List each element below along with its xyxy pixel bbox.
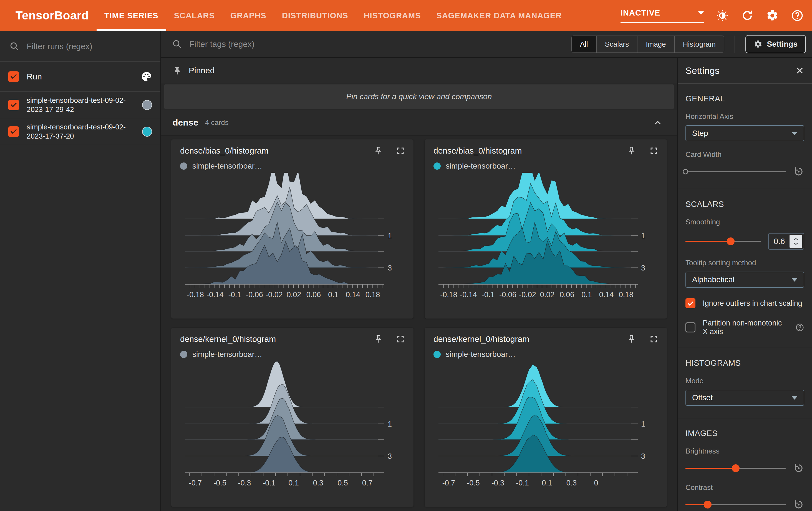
ignore-outliers-checkbox[interactable] bbox=[686, 298, 695, 308]
run-item[interactable]: simple-tensorboard-test-09-02-2023-17-29… bbox=[0, 92, 161, 118]
fullscreen-icon[interactable] bbox=[396, 335, 405, 343]
status-dropdown[interactable]: INACTIVE bbox=[620, 8, 704, 23]
runs-sidebar: Filter runs (regex) Run simple-tensorboa… bbox=[0, 31, 161, 511]
help-icon[interactable] bbox=[795, 323, 804, 332]
fullscreen-icon[interactable] bbox=[650, 335, 658, 343]
run-color-dot bbox=[433, 162, 441, 170]
contrast-label: Contrast bbox=[686, 483, 804, 492]
help-icon[interactable] bbox=[791, 9, 804, 22]
stepper-control[interactable] bbox=[789, 235, 802, 248]
svg-text:3: 3 bbox=[388, 264, 392, 272]
run-checkbox[interactable] bbox=[8, 126, 19, 137]
svg-text:0.06: 0.06 bbox=[307, 291, 321, 299]
svg-text:-0.3: -0.3 bbox=[491, 479, 504, 487]
run-item[interactable]: simple-tensorboard-test-09-02-2023-17-37… bbox=[0, 118, 161, 145]
pinned-section-header: Pinned bbox=[161, 58, 677, 83]
tab-scalars[interactable]: SCALARS bbox=[166, 0, 223, 31]
slider-knob[interactable] bbox=[704, 501, 712, 509]
tag-group-header[interactable]: dense 4 cards bbox=[161, 110, 677, 136]
card-title: dense/kernel_0/histogram bbox=[433, 334, 627, 344]
card-title: dense/bias_0/histogram bbox=[180, 146, 374, 156]
pin-card-icon[interactable] bbox=[374, 334, 383, 344]
svg-text:1: 1 bbox=[388, 232, 392, 240]
histogram-card: dense/bias_0/histogram simple-tensorboar… bbox=[171, 139, 413, 319]
settings-panel-title: Settings bbox=[686, 65, 720, 76]
partition-x-axis-label: Partition non-monotonic X axis bbox=[703, 319, 788, 336]
settings-button-label: Settings bbox=[767, 40, 798, 49]
slider-knob[interactable] bbox=[727, 238, 734, 245]
pin-card-icon[interactable] bbox=[627, 146, 636, 156]
pinned-empty-state: Pin cards for a quick view and compariso… bbox=[164, 84, 674, 109]
tag-type-filter-group: All Scalars Image Histogram bbox=[571, 35, 724, 53]
refresh-icon[interactable] bbox=[741, 9, 754, 22]
fullscreen-icon[interactable] bbox=[396, 146, 405, 155]
run-name: simple-tensorboard-test-09-02-2023-17-29… bbox=[27, 96, 142, 114]
search-icon bbox=[172, 39, 182, 49]
card-width-slider[interactable] bbox=[686, 165, 786, 178]
filter-all-button[interactable]: All bbox=[572, 36, 597, 53]
horizontal-axis-select[interactable]: Step bbox=[686, 125, 804, 141]
pin-card-icon[interactable] bbox=[374, 146, 383, 156]
fullscreen-icon[interactable] bbox=[650, 146, 658, 155]
brightness-icon[interactable] bbox=[716, 9, 729, 22]
tab-histograms[interactable]: HISTOGRAMS bbox=[356, 0, 429, 31]
histogram-mode-value: Offset bbox=[692, 393, 791, 402]
smoothing-label: Smoothing bbox=[686, 218, 804, 226]
svg-text:-0.14: -0.14 bbox=[206, 291, 224, 299]
reset-icon[interactable] bbox=[793, 463, 804, 474]
histogram-mode-select[interactable]: Offset bbox=[686, 389, 804, 406]
tab-sagemaker-data-manager[interactable]: SAGEMAKER DATA MANAGER bbox=[429, 0, 570, 31]
filter-runs-placeholder: Filter runs (regex) bbox=[27, 42, 92, 51]
ignore-outliers-label: Ignore outliers in chart scaling bbox=[703, 299, 802, 308]
histogram-chart[interactable]: -0.18-0.14-0.1-0.06-0.020.020.060.10.140… bbox=[433, 173, 658, 303]
run-master-checkbox[interactable] bbox=[8, 71, 19, 82]
svg-text:1: 1 bbox=[641, 420, 645, 428]
gear-icon[interactable] bbox=[766, 9, 779, 22]
histogram-chart[interactable]: -0.7-0.5-0.3-0.10.10.3013 bbox=[433, 361, 658, 491]
filter-image-button[interactable]: Image bbox=[637, 36, 674, 53]
tab-distributions[interactable]: DISTRIBUTIONS bbox=[274, 0, 356, 31]
horizontal-axis-value: Step bbox=[692, 129, 791, 138]
filter-tags-field[interactable]: Filter tags (regex) bbox=[172, 31, 255, 57]
search-icon bbox=[9, 42, 20, 51]
brightness-slider[interactable] bbox=[686, 462, 786, 474]
tab-time-series[interactable]: TIME SERIES bbox=[96, 0, 166, 31]
run-checkbox[interactable] bbox=[8, 100, 19, 110]
filter-tags-placeholder: Filter tags (regex) bbox=[189, 39, 255, 49]
partition-x-axis-checkbox[interactable] bbox=[686, 322, 695, 332]
svg-text:-0.06: -0.06 bbox=[246, 291, 263, 299]
tab-graphs[interactable]: GRAPHS bbox=[223, 0, 274, 31]
pin-card-icon[interactable] bbox=[627, 334, 636, 344]
tooltip-sorting-select[interactable]: Alphabetical bbox=[686, 272, 804, 288]
svg-text:-0.3: -0.3 bbox=[238, 479, 251, 487]
svg-text:1: 1 bbox=[388, 420, 392, 428]
smoothing-input[interactable]: 0.6 bbox=[768, 233, 804, 250]
smoothing-slider[interactable] bbox=[686, 235, 761, 247]
settings-panel: Settings GENERAL Horizontal Axis Step Ca… bbox=[677, 58, 812, 511]
svg-text:-0.02: -0.02 bbox=[266, 291, 283, 299]
run-color-dot bbox=[180, 351, 187, 358]
panel-divider bbox=[678, 83, 812, 84]
filter-histogram-button[interactable]: Histogram bbox=[674, 36, 724, 53]
close-icon[interactable] bbox=[795, 66, 804, 75]
reset-icon[interactable] bbox=[793, 166, 804, 177]
svg-text:0: 0 bbox=[594, 479, 598, 487]
horizontal-axis-label: Horizontal Axis bbox=[686, 112, 804, 121]
settings-button[interactable]: Settings bbox=[745, 35, 806, 53]
histogram-chart[interactable]: -0.18-0.14-0.1-0.06-0.020.020.060.10.140… bbox=[180, 173, 405, 303]
svg-text:0.14: 0.14 bbox=[599, 291, 614, 299]
svg-text:-0.1: -0.1 bbox=[516, 479, 529, 487]
reset-icon[interactable] bbox=[793, 499, 804, 510]
slider-knob[interactable] bbox=[683, 169, 688, 174]
svg-text:0.3: 0.3 bbox=[567, 479, 577, 487]
palette-icon[interactable] bbox=[141, 71, 152, 82]
slider-knob[interactable] bbox=[732, 464, 740, 472]
svg-text:-0.02: -0.02 bbox=[519, 291, 536, 299]
chevron-up-icon[interactable] bbox=[653, 118, 663, 128]
filter-runs-field[interactable]: Filter runs (regex) bbox=[0, 31, 161, 62]
filter-scalars-button[interactable]: Scalars bbox=[597, 36, 637, 53]
tooltip-sorting-label: Tooltip sorting method bbox=[686, 259, 804, 267]
contrast-slider[interactable] bbox=[686, 499, 786, 511]
histogram-chart[interactable]: -0.7-0.5-0.3-0.10.10.30.50.713 bbox=[180, 361, 405, 491]
chevron-down-icon bbox=[698, 11, 704, 15]
